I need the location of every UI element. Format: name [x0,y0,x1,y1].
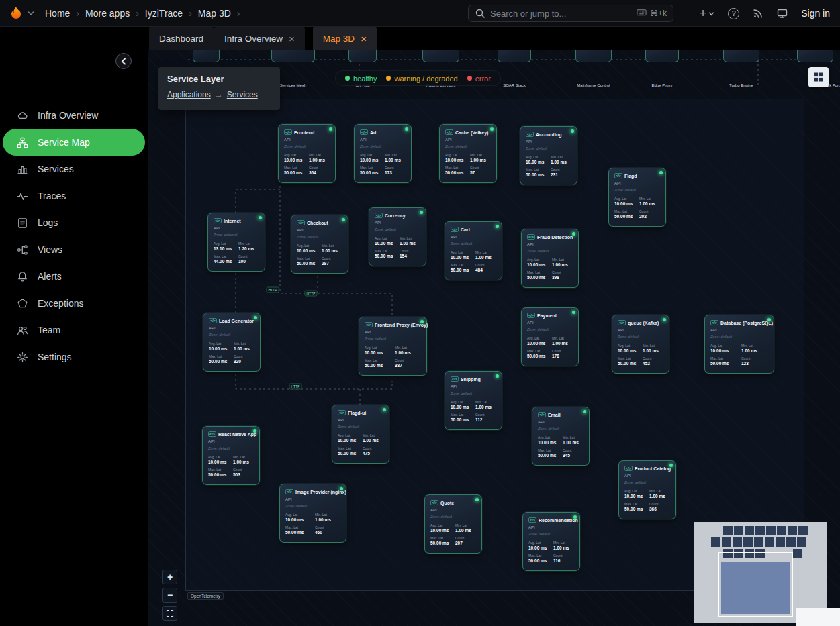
news-button[interactable] [753,8,763,19]
metric-min: Min. Lat1.00 ms [475,400,496,409]
node-type: API [710,328,768,332]
status-dot-icon [254,316,257,319]
service-node-recommendation[interactable]: </>RecommendationAPIZone: defaultAvg. La… [522,512,580,571]
metric-value: 475 [363,451,383,456]
service-node-fraud-detection[interactable]: </>Fraud DetectionAPIZone: defaultAvg. L… [521,229,579,288]
metric-value: 112 [475,417,496,422]
metric-count: Count297 [322,256,342,266]
node-zone: Zone: default [624,480,670,484]
metric-max: Max. Lat50.00 ms [338,446,359,456]
top-node-iot-hub[interactable] [348,50,377,62]
sidebar-item-team[interactable]: Team [0,317,148,344]
close-tab-icon[interactable]: × [361,33,367,44]
applications-link[interactable]: Applications [167,90,211,99]
zoom-out-button[interactable]: − [162,588,177,603]
status-dot-icon [573,515,577,519]
sidebar-item-infra-overview[interactable]: Infra Overview [0,102,148,129]
service-node-cart[interactable]: </>CartAPIZone: defaultAvg. Lat10.00 msM… [445,221,502,280]
service-node-load-generator[interactable]: </>Load GeneratorAPIZone: defaultAvg. La… [203,313,261,372]
sidebar-item-service-map[interactable]: Service Map [3,129,145,156]
service-node-frontend[interactable]: </>FrontendAPIZone: defaultAvg. Lat10.00… [278,124,336,183]
service-node-internet[interactable]: </>InternetAPIZone: externalAvg. Lat13.1… [207,213,265,272]
node-zone: Zone: default [375,227,420,231]
search-input[interactable] [490,9,632,19]
node-zone: Zone: default [614,188,660,192]
top-node-core-services[interactable] [193,50,220,62]
service-node-ad[interactable]: </>AdAPIZone: defaultAvg. Lat10.00 msMin… [354,124,412,183]
zoom-in-button[interactable]: + [162,570,177,584]
sidebar-item-traces[interactable]: Traces [0,182,148,209]
metric-value: 10.00 ms [209,346,230,351]
service-node-accounting[interactable]: </>AccountingAPIZone: defaultAvg. Lat10.… [520,126,577,185]
help-button[interactable]: ? [728,8,739,19]
metric-value: 10.00 ms [338,438,359,443]
breadcrumb-item-iyzitrace[interactable]: IyziTrace [145,8,183,19]
status-dot-icon [496,225,499,228]
node-zone: Zone: default [208,446,254,450]
metric-value: 154 [400,254,420,258]
service-node-frontend-proxy-envoy[interactable]: </>Frontend Proxy (Envoy)APIZone: defaul… [359,317,427,376]
top-node-paging-services[interactable] [422,50,459,62]
node-type: API [365,330,421,334]
minimap-node-square [755,526,765,535]
service-node-flagd-ui[interactable]: </>Flagd-uiAPIZone: defaultAvg. Lat10.00… [332,405,389,464]
display-button[interactable] [777,8,788,19]
service-node-cache-valkey[interactable]: </>Cache (Valkey)APIZone: defaultAvg. La… [439,124,497,183]
sidebar-item-views[interactable]: Views [0,236,148,263]
top-node-rack-forge[interactable] [797,50,833,62]
tab-infra-overview[interactable]: Infra Overview× [214,27,305,50]
service-node-quote[interactable]: </>QuoteAPIZone: defaultAvg. Lat10.00 ms… [424,494,482,554]
breadcrumb-item-home[interactable]: Home [45,8,70,19]
top-node-turbo-engine[interactable] [723,50,759,62]
sidebar-item-services[interactable]: Services [0,156,148,182]
metric-value: 387 [395,363,421,368]
sidebar-item-label: Views [38,244,62,255]
tab-map-3d[interactable]: Map 3D× [313,27,377,50]
layout-grid-button[interactable] [808,67,829,87]
service-node-payment[interactable]: </>PaymentAPIZone: defaultAvg. Lat10.00 … [521,307,579,366]
plus-icon: + [700,7,707,19]
tab-dashboard[interactable]: Dashboard [149,27,214,50]
top-node-services-mesh[interactable] [271,50,315,62]
sidebar-item-exceptions[interactable]: Exceptions [0,290,148,317]
org-chevron-down-icon[interactable] [28,10,34,17]
service-node-shipping[interactable]: </>ShippingAPIZone: defaultAvg. Lat10.00… [445,371,502,430]
sidebar-item-alerts[interactable]: Alerts [0,263,148,290]
metric-value: 116 [553,558,574,563]
service-node-currency[interactable]: </>CurrencyAPIZone: defaultAvg. Lat10.00… [369,207,426,266]
breadcrumb-item-more-apps[interactable]: More apps [85,8,130,19]
add-button[interactable]: + [700,7,715,19]
service-node-email[interactable]: </>EmailAPIZone: defaultAvg. Lat10.00 ms… [532,407,590,466]
metric-count: Count484 [475,263,496,272]
close-tab-icon[interactable]: × [289,33,295,44]
metric-value: 1.00 ms [470,158,491,162]
service-node-image-provider-nginx[interactable]: </>Image Provider (nginx)APIZone: defaul… [279,484,346,543]
breadcrumb-separator: › [189,8,192,19]
minimap-viewport[interactable] [718,552,793,617]
metric-count: Count387 [395,358,421,368]
top-node-mainframe-control[interactable] [575,50,612,62]
search-bar[interactable]: ⌘+k [468,5,673,22]
service-node-flagd[interactable]: </>FlagdAPIZone: defaultAvg. Lat10.00 ms… [608,168,666,227]
minimap-node-square [745,526,754,535]
service-node-queue-kafka[interactable]: </>queue (Kafka)APIZone: defaultAvg. Lat… [612,315,669,374]
node-type: API [214,226,259,230]
sidebar-collapse-button[interactable] [115,53,132,69]
sidebar-item-settings[interactable]: Settings [0,344,148,370]
metric-min: Min. Lat1.00 ms [639,197,660,206]
top-node-edge-proxy[interactable] [645,50,679,62]
service-map-canvas[interactable]: healthywarning / degradederror Service L… [148,50,840,626]
service-node-react-native-app[interactable]: </>React Native AppAPIZone: defaultAvg. … [202,426,260,485]
breadcrumb-item-map-3d[interactable]: Map 3D [198,8,231,19]
services-link[interactable]: Services [227,90,258,99]
fullscreen-button[interactable] [162,606,177,621]
sign-in-button[interactable]: Sign in [801,8,830,19]
metric-count: Count116 [553,554,574,563]
grafana-logo-icon[interactable] [8,5,24,21]
api-icon: </> [375,213,383,218]
top-node-soar-stack[interactable] [498,50,531,62]
service-node-checkout[interactable]: </>CheckoutAPIZone: defaultAvg. Lat10.00… [291,215,348,274]
service-node-product-catalog[interactable]: </>Product CatalogAPIZone: defaultAvg. L… [618,460,676,519]
sidebar-item-logs[interactable]: Logs [0,209,148,236]
service-node-database-postgresql[interactable]: </>Database (PostgreSQL)APIZone: default… [704,315,774,374]
